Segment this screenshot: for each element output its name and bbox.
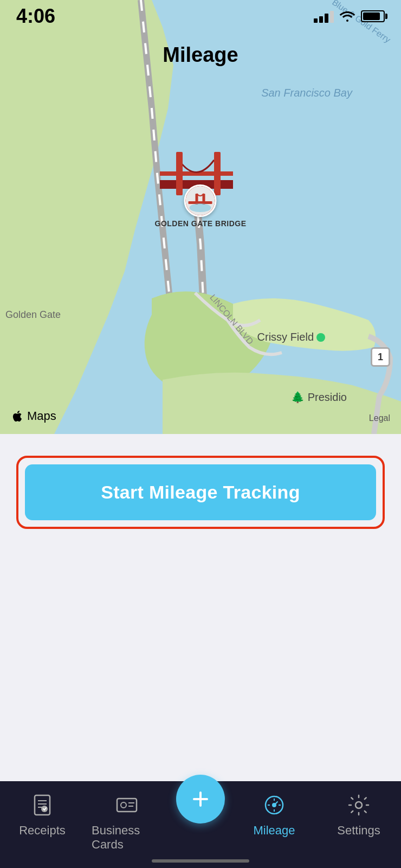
map-legal[interactable]: Legal [369, 413, 390, 423]
svg-point-12 [41, 806, 48, 812]
map-label-golden-gate: Golden Gate [5, 309, 61, 321]
receipts-icon [28, 791, 56, 819]
golden-gate-bridge-marker: GOLDEN GATE BRIDGE [155, 184, 247, 228]
business-cards-icon [113, 791, 141, 819]
tab-add[interactable] [176, 775, 225, 824]
svg-point-24 [355, 802, 362, 808]
golden-gate-icon [184, 184, 217, 217]
add-button[interactable] [176, 775, 225, 824]
tracking-button-highlight: Start Mileage Tracking [16, 456, 385, 529]
battery-icon [361, 10, 385, 22]
content-area: Start Mileage Tracking [0, 434, 401, 792]
tab-settings-label: Settings [337, 824, 380, 838]
highway-badge: 1 [371, 347, 390, 367]
map-title: Mileage [163, 43, 238, 67]
svg-point-14 [121, 802, 126, 808]
tab-mileage[interactable]: Mileage [239, 791, 309, 838]
signal-icon [314, 10, 334, 23]
start-mileage-tracking-button[interactable]: Start Mileage Tracking [25, 464, 376, 520]
map-label-sf: San Francisco Bay [261, 87, 352, 99]
svg-rect-8 [35, 795, 50, 815]
map-label-crissy-field: Crissy Field [257, 331, 325, 343]
svg-point-7 [190, 203, 211, 212]
mileage-icon [260, 791, 288, 819]
tab-business-cards-label: Business Cards [92, 824, 162, 852]
settings-icon [345, 791, 373, 819]
tab-receipts-label: Receipts [19, 824, 66, 838]
golden-gate-label: GOLDEN GATE BRIDGE [155, 219, 247, 228]
map-label-presidio: 🌲 Presidio [291, 391, 347, 404]
tab-bar: Receipts Business Cards [0, 781, 401, 868]
tab-settings[interactable]: Settings [324, 791, 394, 838]
home-indicator [152, 859, 249, 863]
status-icons [314, 10, 385, 23]
status-bar: 4:06 [0, 0, 401, 33]
status-time: 4:06 [16, 5, 55, 28]
tab-business-cards[interactable]: Business Cards [92, 791, 162, 852]
tab-mileage-label: Mileage [253, 824, 295, 838]
tab-receipts[interactable]: Receipts [7, 791, 77, 838]
map-area[interactable]: Mileage San Francisco Bay Blue & Gold Fe… [0, 0, 401, 434]
wifi-icon [339, 10, 355, 23]
apple-maps-brand: Maps [11, 409, 56, 423]
